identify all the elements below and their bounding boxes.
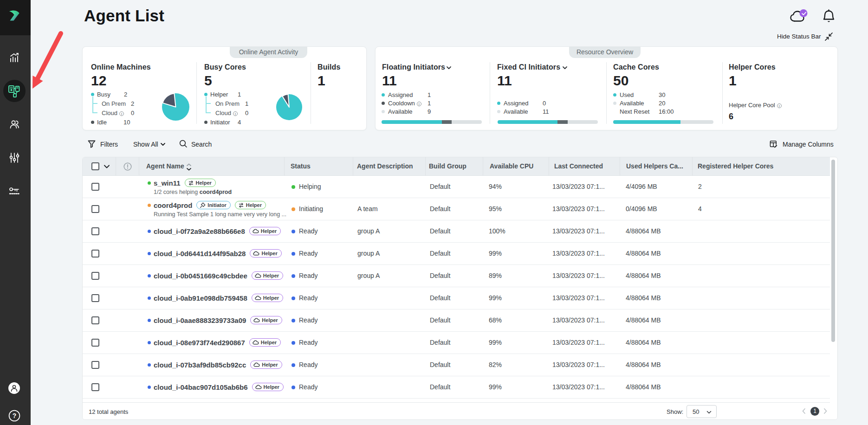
svg-text:?: ? (13, 412, 17, 419)
